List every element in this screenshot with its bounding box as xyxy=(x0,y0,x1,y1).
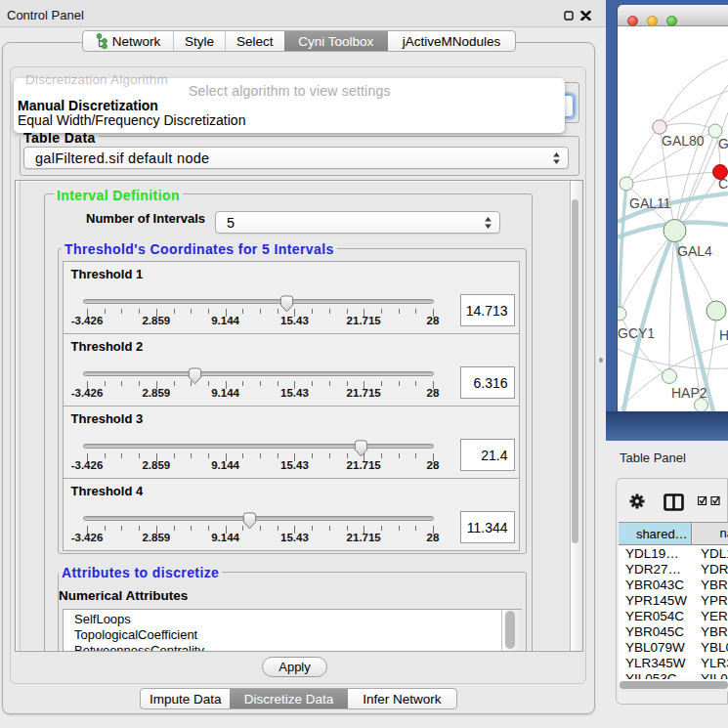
svg-text:GAL4: GAL4 xyxy=(677,243,712,259)
svg-text:C: C xyxy=(718,176,728,192)
svg-text:GAL11: GAL11 xyxy=(629,195,671,211)
svg-text:H: H xyxy=(719,327,728,343)
svg-text:GA: GA xyxy=(718,136,728,151)
svg-text:GCY1: GCY1 xyxy=(618,325,655,341)
svg-text:GAL80: GAL80 xyxy=(662,133,705,149)
svg-text:HAP2: HAP2 xyxy=(671,385,707,401)
